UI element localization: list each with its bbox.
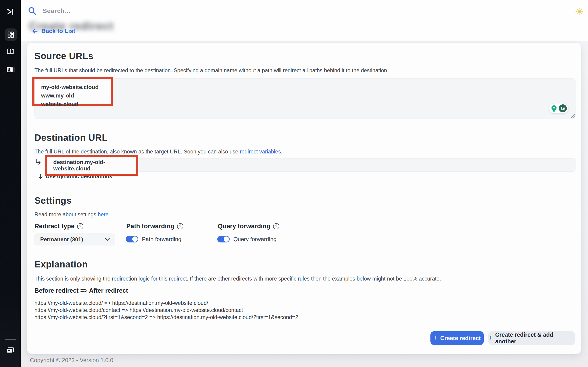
query-forwarding-toggle-label: Query forwarding xyxy=(233,236,277,242)
toggle-knob xyxy=(132,236,138,242)
copyright-text: Copyright © 2023 - Version 1.0.0 xyxy=(30,357,113,364)
back-to-list-label: Back to List xyxy=(41,27,75,35)
annotation-box-destination: destination.my-old-website.cloud xyxy=(45,155,138,176)
query-forwarding-row: Query forwarding xyxy=(217,236,277,242)
before-after-title: Before redirect => After redirect xyxy=(35,287,128,294)
sidebar-item-documentation[interactable] xyxy=(6,48,15,56)
arrow-down-icon xyxy=(38,174,43,179)
toggle-knob xyxy=(224,236,229,242)
settings-here-link[interactable]: here xyxy=(98,211,109,217)
redirect-example-line: https://my-old-website.cloud/ => https:/… xyxy=(35,300,298,307)
redirect-type-select[interactable]: Permanent (301) xyxy=(34,234,115,245)
redirect-type-label: Redirect type ? xyxy=(35,223,83,230)
redirect-example-line: https://my-old-website.cloud/?first=1&se… xyxy=(35,314,298,321)
destination-url-heading: Destination URL xyxy=(35,133,108,143)
grammarly-widget: G xyxy=(549,103,568,114)
sidebar-item-contacts[interactable] xyxy=(6,66,15,74)
sidebar-item-dashboard[interactable] xyxy=(5,28,17,41)
annotation-box-source: my-old-website.cloud www.my-old-website.… xyxy=(32,77,113,106)
settings-read-more-period: . xyxy=(109,211,110,217)
path-forwarding-row: Path forwarding xyxy=(126,236,182,242)
query-forwarding-label-text: Query forwarding xyxy=(218,223,270,230)
search-placeholder: Search... xyxy=(43,8,71,15)
redirect-type-value: Permanent (301) xyxy=(40,236,83,243)
corner-down-right-icon xyxy=(35,159,41,166)
settings-description: Read more about settings here. xyxy=(35,211,110,218)
theme-toggle-button[interactable] xyxy=(574,6,585,17)
sidebar-collapse-button[interactable] xyxy=(6,8,14,16)
sidebar-item-gallery[interactable] xyxy=(6,346,15,354)
text-caret xyxy=(76,26,76,37)
back-to-list-link[interactable]: Back to List xyxy=(32,27,75,35)
grammarly-logo-icon[interactable]: G xyxy=(559,104,567,112)
destination-url-description: The full URL of the destination, also kn… xyxy=(35,149,282,155)
source-urls-description: The full URLs that should be redirected … xyxy=(35,67,389,74)
settings-heading: Settings xyxy=(35,195,72,206)
plus-icon: + xyxy=(488,335,492,341)
textarea-resize-handle[interactable] xyxy=(569,112,575,118)
gallery-icon xyxy=(6,346,15,354)
create-redirect-add-another-button[interactable]: + Create redirect & add another xyxy=(488,331,575,345)
create-redirect-label: Create redirect xyxy=(440,335,481,342)
contact-card-icon xyxy=(6,66,15,74)
query-forwarding-toggle[interactable] xyxy=(217,236,230,242)
redirect-type-help-icon[interactable]: ? xyxy=(77,223,83,229)
explanation-heading: Explanation xyxy=(35,259,88,269)
source-urls-heading: Source URLs xyxy=(35,51,94,61)
source-url-line: www.my-old-website.cloud xyxy=(41,91,111,108)
back-arrow-icon xyxy=(32,28,38,34)
destination-description-text: The full URL of the destination, also kn… xyxy=(35,149,240,155)
source-urls-textarea[interactable] xyxy=(35,78,576,119)
chevron-down-icon xyxy=(104,238,110,241)
sidebar-divider xyxy=(5,339,16,340)
open-book-icon xyxy=(6,48,15,56)
search-icon xyxy=(27,6,37,16)
query-forwarding-label: Query forwarding ? xyxy=(218,223,279,230)
path-forwarding-label: Path forwarding ? xyxy=(126,223,183,230)
destination-description-period: . xyxy=(281,149,283,155)
path-forwarding-help-icon[interactable]: ? xyxy=(177,223,183,229)
redirect-type-label-text: Redirect type xyxy=(35,223,74,230)
path-forwarding-toggle[interactable] xyxy=(126,236,138,242)
redirect-examples: https://my-old-website.cloud/ => https:/… xyxy=(35,300,298,321)
settings-read-more-text: Read more about settings xyxy=(35,211,98,217)
collapse-sidebar-icon xyxy=(6,8,14,16)
search-input[interactable]: Search... xyxy=(27,5,71,17)
query-forwarding-help-icon[interactable]: ? xyxy=(273,223,279,229)
source-url-line: my-old-website.cloud xyxy=(41,83,111,91)
create-redirect-button[interactable]: + Create redirect xyxy=(431,331,484,345)
redirect-variables-link[interactable]: redirect variables xyxy=(240,149,281,155)
destination-value: destination.my-old-website.cloud xyxy=(53,159,136,172)
grammarly-letter: G xyxy=(561,106,565,111)
explanation-description: This section is only showing the redirec… xyxy=(35,276,441,282)
dashboard-grid-icon xyxy=(7,31,14,38)
redirect-example-line: https://my-old-website.cloud/contact => … xyxy=(35,307,298,314)
path-forwarding-label-text: Path forwarding xyxy=(126,223,174,230)
sun-icon xyxy=(574,7,584,16)
create-redirect-add-another-label: Create redirect & add another xyxy=(495,332,575,345)
sidebar xyxy=(0,0,21,367)
grammarly-suggestions-icon[interactable] xyxy=(550,105,558,112)
plus-icon: + xyxy=(433,335,437,341)
path-forwarding-toggle-label: Path forwarding xyxy=(142,236,182,242)
